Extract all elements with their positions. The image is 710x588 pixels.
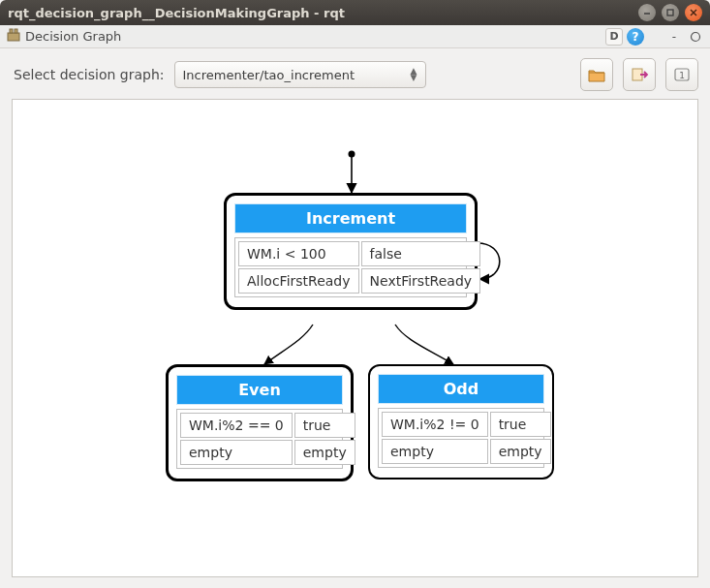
svg-text:1: 1	[679, 71, 685, 80]
window-title: rqt_decision_graph__DecisionMakingGraph …	[8, 6, 638, 20]
select-graph-label: Select decision graph:	[14, 67, 165, 82]
node-title: Odd	[378, 374, 544, 404]
node-even[interactable]: Even WM.i%2 == 0 true empty empty	[166, 364, 354, 481]
spacer-icon	[648, 28, 662, 46]
plugin-icon	[6, 27, 21, 46]
svg-rect-5	[10, 29, 13, 33]
fit-view-button[interactable]: 1	[665, 58, 698, 91]
cond-val-cell: false	[361, 241, 481, 266]
graph-canvas[interactable]: Increment WM.i < 100 false AllocFirstRea…	[12, 99, 698, 577]
dock-dash-button[interactable]: -	[665, 28, 683, 46]
window-close-button[interactable]	[685, 4, 702, 21]
node-title: Increment	[234, 203, 467, 233]
alloc-cell: AllocFirstReady	[238, 268, 359, 294]
graph-edges	[13, 100, 697, 576]
cond-cell: WM.i < 100	[238, 241, 359, 266]
dock-float-button[interactable]	[687, 28, 704, 46]
svg-point-7	[692, 32, 700, 41]
combo-value: Incrementer/tao_increment	[183, 68, 355, 82]
svg-point-11	[349, 151, 355, 158]
next-cell: empty	[490, 439, 551, 464]
node-title: Even	[176, 375, 343, 405]
svg-rect-4	[8, 33, 19, 41]
export-button[interactable]	[623, 58, 656, 91]
cond-cell: WM.i%2 != 0	[382, 412, 488, 437]
window-maximize-button[interactable]	[662, 4, 679, 21]
chevron-updown-icon: ▲▼	[411, 68, 417, 81]
open-folder-button[interactable]	[580, 58, 613, 91]
svg-rect-1	[667, 10, 673, 15]
node-odd[interactable]: Odd WM.i%2 != 0 true empty empty	[368, 364, 554, 480]
alloc-cell: empty	[382, 439, 488, 464]
cond-val-cell: true	[490, 412, 551, 437]
svg-rect-6	[15, 29, 17, 33]
cond-val-cell: true	[294, 413, 355, 438]
next-cell: NextFirstReady	[361, 268, 481, 294]
dock-header: Decision Graph D ? -	[0, 25, 710, 48]
next-cell: empty	[294, 440, 355, 465]
help-button[interactable]: ?	[627, 28, 644, 46]
decision-graph-combo[interactable]: Incrementer/tao_increment ▲▼	[174, 61, 426, 88]
window-minimize-button[interactable]	[638, 4, 656, 21]
node-increment[interactable]: Increment WM.i < 100 false AllocFirstRea…	[224, 193, 478, 310]
toolbar: Select decision graph: Incrementer/tao_i…	[0, 48, 710, 99]
cond-cell: WM.i%2 == 0	[180, 413, 293, 438]
alloc-cell: empty	[180, 440, 293, 465]
window-titlebar: rqt_decision_graph__DecisionMakingGraph …	[0, 0, 710, 25]
dock-title: Decision Graph	[25, 29, 121, 44]
d-button[interactable]: D	[605, 28, 623, 46]
